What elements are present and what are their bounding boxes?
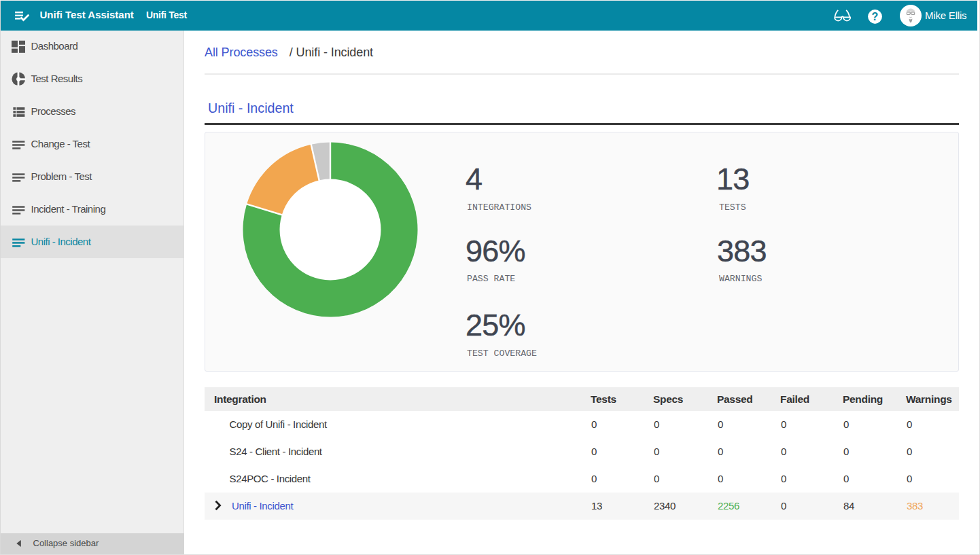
svg-text:?: ? [872,11,879,22]
